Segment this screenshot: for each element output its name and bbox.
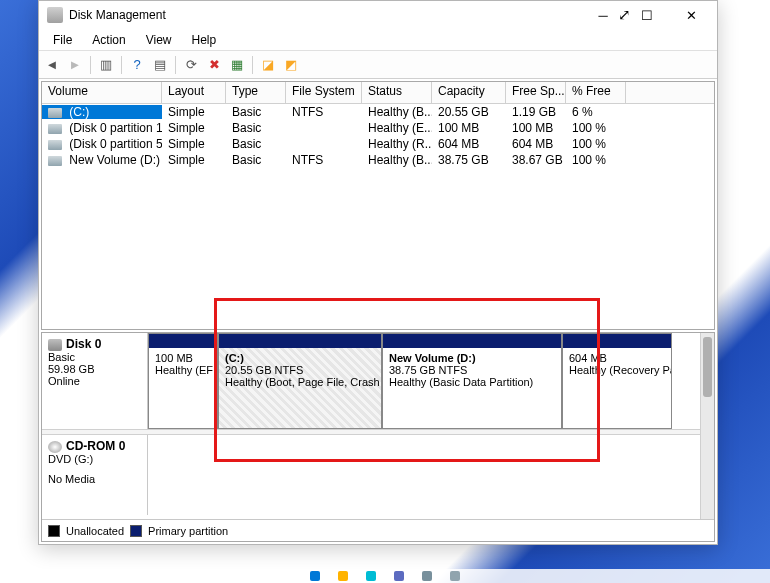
taskbar-icon[interactable] bbox=[394, 571, 404, 581]
menu-help[interactable]: Help bbox=[182, 31, 227, 49]
table-row[interactable]: New Volume (D:)SimpleBasicNTFSHealthy (B… bbox=[42, 152, 714, 168]
back-button[interactable]: ◄ bbox=[41, 54, 63, 76]
disk-0-info[interactable]: Disk 0 Basic 59.98 GB Online bbox=[42, 333, 148, 429]
legend-unallocated-swatch bbox=[48, 525, 60, 537]
partition[interactable]: New Volume (D:)38.75 GB NTFSHealthy (Bas… bbox=[382, 333, 562, 429]
menu-action[interactable]: Action bbox=[82, 31, 135, 49]
volume-list[interactable]: Volume Layout Type File System Status Ca… bbox=[41, 81, 715, 330]
disk-0-size: 59.98 GB bbox=[48, 363, 141, 375]
col-status[interactable]: Status bbox=[362, 82, 432, 103]
app-icon bbox=[47, 7, 63, 23]
table-row[interactable]: (Disk 0 partition 5)SimpleBasicHealthy (… bbox=[42, 136, 714, 152]
close-button[interactable]: ✕ bbox=[669, 1, 713, 29]
table-row[interactable]: (Disk 0 partition 1)SimpleBasicHealthy (… bbox=[42, 120, 714, 136]
taskbar-icon[interactable] bbox=[338, 571, 348, 581]
taskbar-icon[interactable] bbox=[422, 571, 432, 581]
col-capacity[interactable]: Capacity bbox=[432, 82, 506, 103]
action-icon-1[interactable]: ◪ bbox=[257, 54, 279, 76]
taskbar[interactable] bbox=[0, 569, 770, 583]
minimize-button[interactable]: ─ bbox=[581, 1, 625, 29]
legend: Unallocated Primary partition bbox=[42, 519, 714, 541]
disk-icon bbox=[48, 339, 62, 351]
graphical-view[interactable]: Disk 0 Basic 59.98 GB Online 100 MBHealt… bbox=[41, 332, 715, 542]
partition[interactable]: (C:)20.55 GB NTFSHealthy (Boot, Page Fil… bbox=[218, 333, 382, 429]
disk-0-partitions: 100 MBHealthy (EFI System Partition)(C:)… bbox=[148, 333, 714, 429]
col-layout[interactable]: Layout bbox=[162, 82, 226, 103]
vertical-scrollbar[interactable] bbox=[700, 333, 714, 519]
disk-0-state: Online bbox=[48, 375, 141, 387]
show-hide-tree-button[interactable]: ▥ bbox=[95, 54, 117, 76]
cdrom-row[interactable]: CD-ROM 0 DVD (G:) No Media bbox=[42, 435, 714, 515]
cdrom-line2: No Media bbox=[48, 473, 141, 485]
menubar: File Action View Help bbox=[39, 29, 717, 51]
window-title: Disk Management bbox=[69, 8, 581, 22]
refresh-button[interactable]: ⟳ bbox=[180, 54, 202, 76]
col-filesystem[interactable]: File System bbox=[286, 82, 362, 103]
forward-button: ► bbox=[64, 54, 86, 76]
partition[interactable]: 604 MBHealthy (Recovery Partition) bbox=[562, 333, 672, 429]
col-type[interactable]: Type bbox=[226, 82, 286, 103]
taskbar-icon[interactable] bbox=[366, 571, 376, 581]
disk-0-type: Basic bbox=[48, 351, 141, 363]
disk-management-window: Disk Management ─ ☐ ✕ File Action View H… bbox=[38, 0, 718, 545]
partition[interactable]: 100 MBHealthy (EFI System Partition) bbox=[148, 333, 218, 429]
properties-button[interactable]: ▤ bbox=[149, 54, 171, 76]
volume-rows: (C:)SimpleBasicNTFSHealthy (B...20.55 GB… bbox=[42, 104, 714, 168]
toolbar: ◄ ► ▥ ? ▤ ⟳ ✖ ▦ ◪ ◩ bbox=[39, 51, 717, 79]
col-volume[interactable]: Volume bbox=[42, 82, 162, 103]
maximize-button[interactable]: ☐ bbox=[625, 1, 669, 29]
table-row[interactable]: (C:)SimpleBasicNTFSHealthy (B...20.55 GB… bbox=[42, 104, 714, 120]
menu-file[interactable]: File bbox=[43, 31, 82, 49]
taskbar-icon[interactable] bbox=[450, 571, 460, 581]
taskbar-icon[interactable] bbox=[310, 571, 320, 581]
col-freespace[interactable]: Free Sp... bbox=[506, 82, 566, 103]
settings-icon[interactable]: ▦ bbox=[226, 54, 248, 76]
cdrom-partitions bbox=[148, 435, 714, 515]
scrollbar-thumb[interactable] bbox=[703, 337, 712, 397]
legend-unallocated-label: Unallocated bbox=[66, 525, 124, 537]
help-icon[interactable]: ? bbox=[126, 54, 148, 76]
disk-0-row[interactable]: Disk 0 Basic 59.98 GB Online 100 MBHealt… bbox=[42, 333, 714, 429]
cdrom-info[interactable]: CD-ROM 0 DVD (G:) No Media bbox=[42, 435, 148, 515]
legend-primary-swatch bbox=[130, 525, 142, 537]
titlebar[interactable]: Disk Management ─ ☐ ✕ bbox=[39, 1, 717, 29]
cdrom-line1: DVD (G:) bbox=[48, 453, 141, 465]
column-headers[interactable]: Volume Layout Type File System Status Ca… bbox=[42, 82, 714, 104]
legend-primary-label: Primary partition bbox=[148, 525, 228, 537]
col-percentfree[interactable]: % Free bbox=[566, 82, 626, 103]
cdrom-icon bbox=[48, 441, 62, 453]
action-icon-2[interactable]: ◩ bbox=[280, 54, 302, 76]
menu-view[interactable]: View bbox=[136, 31, 182, 49]
delete-button[interactable]: ✖ bbox=[203, 54, 225, 76]
